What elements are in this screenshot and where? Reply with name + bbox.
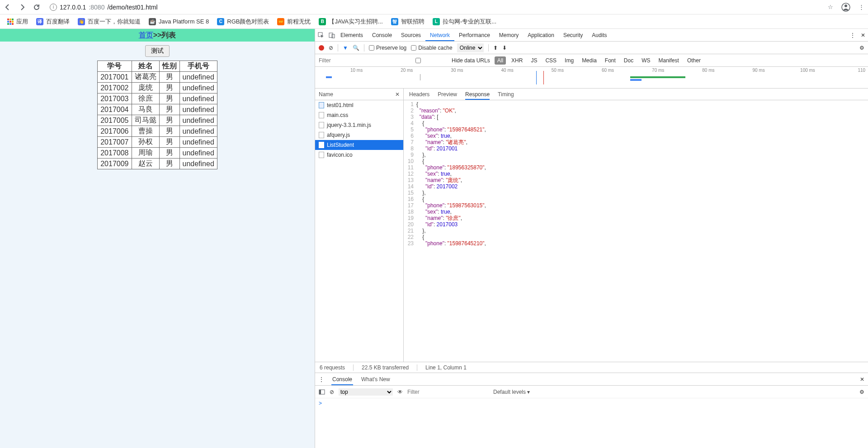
network-timeline[interactable]: 10 ms20 ms30 ms40 ms50 ms60 ms70 ms80 ms…	[315, 67, 868, 89]
record-button[interactable]	[319, 45, 324, 51]
detail-tab-preview[interactable]: Preview	[438, 89, 457, 100]
timeline-tick: 90 ms	[717, 68, 768, 73]
table-cell: 诸葛亮	[132, 72, 159, 83]
network-request[interactable]: ListStudent	[315, 140, 403, 150]
bookmark-item[interactable]: ☕Java Platform SE 8	[149, 18, 209, 26]
site-info-icon[interactable]: i	[50, 4, 57, 11]
filter-type-js[interactable]: JS	[528, 56, 540, 65]
home-link[interactable]: 首页	[139, 31, 153, 40]
bookmark-star-icon[interactable]: ☆	[828, 4, 833, 10]
detail-tab-timing[interactable]: Timing	[498, 89, 514, 100]
preserve-log-checkbox[interactable]: Preserve log	[369, 45, 406, 51]
devtools-tab-application[interactable]: Application	[523, 29, 559, 41]
filter-type-xhr[interactable]: XHR	[509, 56, 525, 65]
table-cell: undefined	[179, 137, 217, 148]
response-body[interactable]: 1234567891011121314151617181920212223 { …	[404, 100, 868, 362]
reload-button[interactable]	[33, 3, 41, 11]
bookmark-label: Java Platform SE 8	[159, 18, 209, 25]
breadcrumb: 首页 >> 列表	[0, 29, 315, 42]
table-row: 2017003徐庶男undefined	[98, 93, 217, 104]
bookmark-label: 【JAVA实习生招聘...	[329, 18, 382, 26]
table-cell: 司马懿	[132, 115, 159, 126]
bookmark-item[interactable]: 智智联招聘	[391, 18, 425, 26]
profile-icon[interactable]	[841, 3, 850, 12]
devtools-close-icon[interactable]: ✕	[861, 32, 865, 38]
detail-tab-headers[interactable]: Headers	[409, 89, 429, 100]
devtools-tab-sources[interactable]: Sources	[396, 29, 425, 41]
console-sidebar-toggle-icon[interactable]	[319, 389, 325, 395]
network-request[interactable]: afquery.js	[315, 130, 403, 140]
network-filter-input[interactable]	[319, 57, 382, 64]
disable-cache-checkbox[interactable]: Disable cache	[411, 45, 452, 51]
console-context-select[interactable]: top	[339, 388, 393, 396]
timeline-tick: 70 ms	[617, 68, 667, 73]
bookmark-item[interactable]: L拉勾网-专业的互联...	[433, 18, 496, 26]
table-row: 2017005司马懿男undefined	[98, 115, 217, 126]
filter-type-other[interactable]: Other	[684, 56, 703, 65]
device-toggle-icon[interactable]	[329, 32, 335, 38]
bookmark-item[interactable]: 译百度翻译	[36, 18, 70, 26]
console-prompt: >	[319, 400, 322, 406]
network-request[interactable]: favicon.ico	[315, 150, 403, 160]
name-column-header[interactable]: Name	[319, 91, 333, 98]
timeline-tick: 50 ms	[516, 68, 566, 73]
request-name: jquery-3.3.1.min.js	[327, 122, 371, 128]
filter-type-img[interactable]: Img	[562, 56, 576, 65]
console-levels-select[interactable]: Default levels ▾	[493, 389, 530, 395]
filter-type-css[interactable]: CSS	[542, 56, 559, 65]
drawer-tab-whatsnew[interactable]: What's New	[360, 373, 391, 385]
network-settings-icon[interactable]: ⚙	[859, 45, 864, 51]
drawer-close-icon[interactable]: ✕	[860, 376, 864, 383]
devtools-tab-performance[interactable]: Performance	[454, 29, 495, 41]
drawer-tab-console[interactable]: Console	[331, 373, 353, 385]
console-filter-input[interactable]	[407, 389, 489, 395]
throttling-select[interactable]: Online	[457, 43, 484, 52]
upload-icon[interactable]: ⬆	[493, 45, 498, 51]
network-request[interactable]: main.css	[315, 110, 403, 120]
devtools-tab-network[interactable]: Network	[425, 29, 454, 41]
table-cell: 男	[159, 126, 179, 137]
download-icon[interactable]: ⬇	[502, 45, 507, 51]
filter-type-font[interactable]: Font	[602, 56, 618, 65]
table-row: 2017009赵云男undefined	[98, 159, 217, 169]
back-button[interactable]	[4, 3, 12, 11]
devtools-tab-console[interactable]: Console	[368, 29, 396, 41]
breadcrumb-sep: >>	[153, 31, 162, 39]
apps-shortcut[interactable]: 应用	[7, 18, 28, 26]
filter-type-doc[interactable]: Doc	[621, 56, 636, 65]
console-output[interactable]: >	[315, 398, 868, 448]
bookmark-item[interactable]: B【JAVA实习生招聘...	[319, 18, 382, 26]
devtools-tab-security[interactable]: Security	[559, 29, 587, 41]
bookmark-item[interactable]: CRGB颜色对照表	[217, 18, 269, 26]
bookmark-item[interactable]: 👋百度一下，你就知道	[78, 18, 141, 26]
devtools-tab-elements[interactable]: Elements	[336, 29, 368, 41]
network-request[interactable]: test01.html	[315, 100, 403, 110]
bookmark-item[interactable]: 👐前程无忧	[277, 18, 311, 26]
devtools-tab-memory[interactable]: Memory	[495, 29, 523, 41]
network-request[interactable]: jquery-3.3.1.min.js	[315, 120, 403, 130]
close-details-icon[interactable]: ✕	[395, 91, 400, 98]
hide-data-urls-checkbox[interactable]: Hide data URLs	[387, 57, 490, 64]
filter-type-manifest[interactable]: Manifest	[656, 56, 682, 65]
request-name: afquery.js	[327, 132, 350, 138]
filter-type-all[interactable]: All	[495, 56, 506, 65]
filter-type-media[interactable]: Media	[579, 56, 599, 65]
detail-tab-response[interactable]: Response	[465, 89, 490, 100]
live-expression-icon[interactable]: 👁	[397, 389, 403, 395]
drawer-menu-icon[interactable]: ⋮	[319, 376, 324, 383]
address-bar[interactable]: i 127.0.0.1:8080/demo/test01.html	[47, 4, 821, 11]
filter-toggle-icon[interactable]: ▼	[343, 45, 348, 51]
forward-button[interactable]	[18, 3, 26, 11]
table-cell: undefined	[179, 104, 217, 115]
inspect-icon[interactable]	[318, 32, 324, 38]
search-icon[interactable]: 🔍	[353, 45, 359, 51]
devtools-tab-audits[interactable]: Audits	[587, 29, 611, 41]
clear-icon[interactable]: ⊘	[329, 45, 333, 51]
filter-type-ws[interactable]: WS	[639, 56, 653, 65]
console-settings-icon[interactable]: ⚙	[859, 389, 864, 395]
console-clear-icon[interactable]: ⊘	[330, 389, 334, 395]
test-button[interactable]: 测试	[145, 45, 170, 57]
menu-icon[interactable]: ⋮	[859, 4, 864, 10]
devtools-menu-icon[interactable]: ⋮	[850, 32, 855, 38]
file-icon	[319, 142, 324, 148]
